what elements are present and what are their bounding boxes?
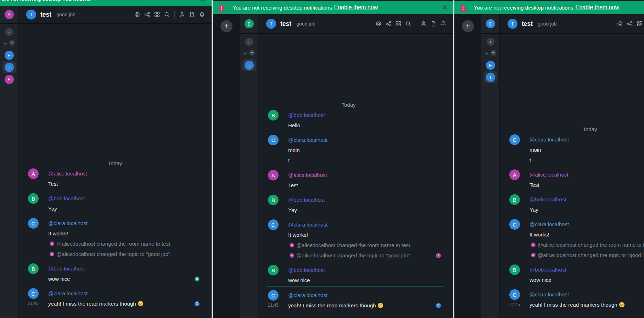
notifications-icon[interactable] <box>440 21 447 27</box>
timeline-spacer <box>18 24 212 158</box>
grid-icon[interactable] <box>154 11 160 18</box>
add-space-button[interactable]: + <box>249 50 255 56</box>
room-tab-e[interactable]: E <box>484 59 497 71</box>
collapse-chevron-icon[interactable] <box>4 40 7 46</box>
sender-avatar[interactable]: B <box>268 110 279 121</box>
room-tab-t-selected[interactable]: T <box>242 59 256 71</box>
sender-avatar[interactable]: A <box>268 170 279 180</box>
sender-avatar[interactable]: C <box>509 219 520 230</box>
room-tab-e[interactable]: E <box>2 49 16 61</box>
grid-icon[interactable] <box>395 21 402 27</box>
sender-name[interactable]: @bob:localhost <box>530 194 644 205</box>
sender-name[interactable]: @bob:localhost <box>288 195 453 205</box>
banner-close-icon[interactable] <box>200 0 206 2</box>
read-receipt-alice: A <box>436 253 441 258</box>
user-avatar[interactable]: C <box>486 19 495 28</box>
sender-name[interactable]: @alice:localhost <box>48 168 212 179</box>
message-text: Test <box>48 179 212 189</box>
share-icon[interactable] <box>144 11 150 18</box>
settings-icon[interactable] <box>134 11 140 18</box>
sender-avatar[interactable]: C <box>509 134 520 145</box>
enable-notifications-link[interactable]: Enable them now <box>575 4 619 11</box>
enable-notifications-link[interactable]: Enable them now <box>334 4 378 11</box>
sender-avatar[interactable]: C <box>268 135 279 145</box>
user-avatar[interactable]: A <box>5 10 14 19</box>
sender-name[interactable]: @bob:localhost <box>48 193 212 203</box>
sender-avatar[interactable]: B <box>28 263 39 274</box>
sender-name[interactable]: @clara:localhost <box>288 219 453 230</box>
sender-avatar[interactable]: B <box>509 264 520 275</box>
date-divider-label: Today <box>583 126 597 132</box>
sender-name[interactable]: @bob:localhost <box>530 264 644 275</box>
sender-name[interactable]: @alice:localhost <box>530 169 644 180</box>
room-tab-avatar: T <box>5 63 14 72</box>
room-avatar[interactable]: T <box>508 19 517 29</box>
read-receipt-clara: C <box>195 301 200 306</box>
enable-notifications-link[interactable]: Enable them now <box>93 0 136 2</box>
search-icon[interactable] <box>405 21 411 27</box>
message-text: yeah! I miss the read markers thoughC <box>48 299 212 309</box>
grid-icon[interactable] <box>637 21 643 27</box>
message-timeline[interactable]: TodayA@alice:localhostTestB@bob:localhos… <box>18 24 212 318</box>
collapse-chevron-icon[interactable] <box>243 50 247 56</box>
members-icon[interactable] <box>420 21 427 27</box>
sender-avatar[interactable]: C <box>28 218 39 229</box>
room-tab-avatar: E <box>5 51 14 60</box>
sender-name[interactable]: @bob:localhost <box>288 265 453 275</box>
add-room-button[interactable]: + <box>487 38 494 46</box>
sender-avatar[interactable]: B <box>509 194 520 205</box>
files-icon[interactable] <box>430 21 437 27</box>
room-header: Ttestgood job <box>500 14 644 34</box>
sender-name[interactable]: @bob:localhost <box>48 263 212 274</box>
sender-avatar[interactable]: C <box>268 290 279 301</box>
sender-name[interactable]: @clara:localhost <box>48 288 212 299</box>
notifications-icon[interactable] <box>199 11 205 18</box>
sender-name[interactable]: @bob:localhost <box>288 110 453 120</box>
sender-avatar[interactable]: B <box>28 193 39 204</box>
sender-avatar[interactable]: C <box>268 219 279 230</box>
sender-name[interactable]: @alice:localhost <box>288 170 453 180</box>
add-room-button[interactable]: + <box>245 38 253 46</box>
sender-name[interactable]: @clara:localhost <box>48 218 212 228</box>
collapse-chevron-icon[interactable] <box>485 50 488 56</box>
sender-avatar[interactable]: A <box>509 169 520 180</box>
state-event-avatar: A <box>290 253 294 258</box>
share-icon[interactable] <box>627 21 633 27</box>
share-icon[interactable] <box>385 21 392 27</box>
confused-face-emoji <box>138 301 143 306</box>
sender-name[interactable]: @clara:localhost <box>288 135 453 145</box>
room-avatar[interactable]: T <box>266 19 276 29</box>
sender-name[interactable]: @clara:localhost <box>530 289 644 300</box>
message-timeline[interactable]: TodayC@clara:localhostmointA@alice:local… <box>500 34 644 318</box>
sender-avatar[interactable]: C <box>509 289 520 300</box>
files-icon[interactable] <box>189 11 195 18</box>
room-tab-e[interactable]: E <box>2 73 16 85</box>
banner-close-icon[interactable] <box>442 5 448 10</box>
header-icon-row <box>617 20 644 27</box>
settings-icon[interactable] <box>375 21 382 27</box>
room-tab-avatar: E <box>486 61 495 70</box>
room-avatar[interactable]: T <box>26 10 36 19</box>
create-space-button[interactable]: + <box>220 20 233 32</box>
sender-avatar[interactable]: B <box>268 195 279 205</box>
sender-avatar[interactable]: A <box>28 168 39 179</box>
sender-name[interactable]: @clara:localhost <box>530 219 644 229</box>
search-icon[interactable] <box>164 11 170 18</box>
user-avatar[interactable]: B <box>245 19 254 28</box>
create-space-button[interactable]: + <box>462 20 474 32</box>
sender-name[interactable]: @clara:localhost <box>288 290 453 300</box>
add-space-button[interactable]: + <box>9 40 15 46</box>
sidebar-account-section: B <box>240 14 258 34</box>
room-tab-t-selected[interactable]: T <box>2 61 16 73</box>
sender-avatar[interactable]: C <box>28 288 39 299</box>
room-tab-t-selected[interactable]: T <box>484 71 497 83</box>
warning-icon <box>459 4 467 11</box>
sender-avatar[interactable]: B <box>268 265 279 275</box>
message: B@bob:localhostwow nice <box>258 265 453 285</box>
sender-name[interactable]: @clara:localhost <box>530 134 644 145</box>
add-room-button[interactable]: + <box>5 28 13 36</box>
settings-icon[interactable] <box>617 21 623 27</box>
message-timeline[interactable]: TodayB@bob:localhostHelloC@clara:localho… <box>258 34 453 318</box>
members-icon[interactable] <box>179 11 185 18</box>
add-space-button[interactable]: + <box>491 50 496 56</box>
